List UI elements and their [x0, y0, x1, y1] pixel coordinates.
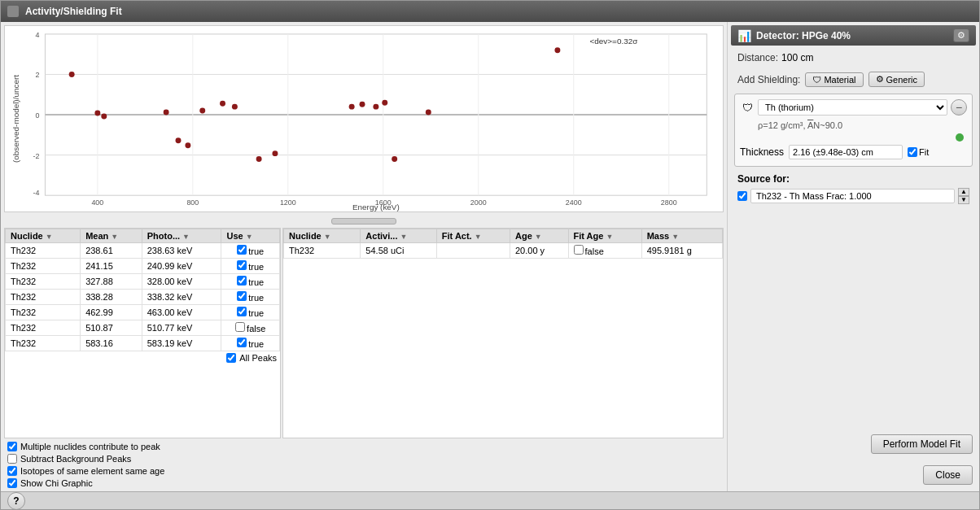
all-peaks-label: All Peaks [239, 353, 277, 363]
left-panel: (observed-model)/uncert 4 2 0 -2 -4 [1, 22, 727, 491]
use-label: true [248, 262, 264, 272]
detector-header: 📊 Detector: HPGe 40% ⚙ [731, 25, 976, 46]
svg-text:Energy (keV): Energy (keV) [352, 203, 400, 211]
cell-nuclide: Th232 [284, 243, 361, 259]
scroll-indicator[interactable] [1, 216, 727, 228]
use-checkbox[interactable] [237, 338, 247, 347]
use-checkbox[interactable] [237, 291, 247, 301]
status-indicator [956, 133, 964, 142]
help-button[interactable]: ? [7, 492, 25, 510]
main-content: (observed-model)/uncert 4 2 0 -2 -4 [1, 22, 979, 491]
col-mean[interactable]: Mean ▼ [81, 229, 142, 243]
cell-use[interactable]: false [221, 320, 280, 336]
cell-photo: 338.32 keV [142, 290, 221, 305]
generic-button[interactable]: ⚙ Generic [868, 72, 925, 87]
subtract-background-checkbox[interactable] [7, 454, 17, 464]
cell-use[interactable]: true [221, 290, 280, 305]
svg-point-42 [426, 110, 431, 116]
close-button[interactable]: Close [923, 465, 973, 485]
cell-nuclide: Th232 [6, 259, 81, 274]
multiple-nuclides-checkbox[interactable] [7, 442, 17, 451]
col-use[interactable]: Use ▼ [221, 229, 280, 243]
material-button[interactable]: 🛡 Material [805, 72, 863, 87]
rcol-fit-act[interactable]: Fit Act. ▼ [436, 229, 510, 243]
use-checkbox[interactable] [235, 322, 245, 332]
cell-mean: 238.61 [81, 243, 142, 259]
cell-photo: 463.00 keV [142, 305, 221, 320]
svg-text:400: 400 [91, 198, 103, 207]
use-label: false [247, 324, 265, 333]
svg-point-40 [382, 100, 387, 106]
option-multiple-nuclides[interactable]: Multiple nuclides contribute to peak [7, 442, 720, 451]
detector-settings-button[interactable]: ⚙ [953, 28, 969, 42]
window-title: Activity/Shielding Fit [25, 6, 122, 17]
use-checkbox[interactable] [237, 307, 247, 316]
svg-point-30 [176, 137, 182, 143]
nuclides-table: Nuclide ▼ Mean ▼ Photo... ▼ Use ▼ Th2322… [5, 229, 280, 351]
cell-mean: 327.88 [81, 274, 142, 290]
fit-checkbox-label[interactable]: Fit [908, 147, 929, 157]
use-checkbox[interactable] [237, 276, 247, 286]
same-age-checkbox[interactable] [7, 466, 17, 476]
thickness-row: Thickness Fit [740, 143, 967, 161]
material-row: 🛡 Th (thorium) − [740, 99, 967, 116]
svg-text:2400: 2400 [566, 198, 582, 207]
rcol-mass[interactable]: Mass ▼ [641, 229, 722, 243]
use-checkbox[interactable] [237, 245, 247, 255]
cell-use[interactable]: true [221, 336, 280, 351]
rcol-fit-age[interactable]: Fit Age ▼ [568, 229, 641, 243]
rcol-age[interactable]: Age ▼ [510, 229, 568, 243]
svg-text:2: 2 [36, 71, 40, 79]
source-section: Source for: Th232 - Th Mass Frac: 1.000 … [731, 172, 976, 206]
col-photo[interactable]: Photo... ▼ [142, 229, 221, 243]
svg-text:-2: -2 [33, 152, 40, 160]
all-peaks-checkbox[interactable] [226, 353, 236, 363]
material-select[interactable]: Th (thorium) [758, 99, 947, 116]
cell-use[interactable]: true [221, 259, 280, 274]
show-chi-checkbox[interactable] [7, 478, 17, 488]
cell-nuclide: Th232 [6, 320, 81, 336]
cell-use[interactable]: true [221, 243, 280, 259]
spinner-up-button[interactable]: ▲ [958, 188, 969, 196]
option-same-age[interactable]: Isotopes of same element same age [7, 466, 720, 476]
table-row: Th232327.88328.00 keVtrue [6, 274, 280, 290]
rcol-nuclide[interactable]: Nuclide ▼ [284, 229, 361, 243]
cell-use[interactable]: true [221, 305, 280, 320]
tables-area: Nuclide ▼ Mean ▼ Photo... ▼ Use ▼ Th2322… [4, 228, 724, 438]
cell-fit-age[interactable]: false [568, 243, 641, 259]
rcol-activity[interactable]: Activi... ▼ [361, 229, 436, 243]
cell-nuclide: Th232 [6, 243, 81, 259]
fit-checkbox[interactable] [908, 147, 917, 157]
table-row: Th232338.28338.32 keVtrue [6, 290, 280, 305]
add-shielding-row: Add Shielding: 🛡 Material ⚙ Generic [731, 70, 976, 89]
option-show-chi[interactable]: Show Chi Graphic [7, 478, 720, 488]
fit-age-checkbox[interactable] [574, 245, 584, 255]
use-checkbox[interactable] [237, 260, 247, 270]
use-label: true [248, 339, 264, 349]
svg-text:4: 4 [36, 31, 40, 39]
thickness-input[interactable] [789, 145, 903, 159]
results-table: Nuclide ▼ Activi... ▼ Fit Act. ▼ Age ▼ F… [283, 229, 723, 259]
perform-btn-row: Perform Model Fit [731, 431, 976, 457]
option-subtract-background[interactable]: Subtract Background Peaks [7, 454, 720, 464]
remove-material-button[interactable]: − [951, 99, 967, 116]
cell-use[interactable]: true [221, 274, 280, 290]
table-row: Th232462.99463.00 keVtrue [6, 305, 280, 320]
cell-nuclide: Th232 [6, 305, 81, 320]
same-age-label: Isotopes of same element same age [20, 466, 164, 476]
generic-btn-label: Generic [886, 75, 918, 85]
fit-age-label: false [585, 246, 604, 256]
perform-model-fit-button[interactable]: Perform Model Fit [871, 434, 973, 454]
source-checkbox[interactable] [737, 191, 747, 201]
svg-text:<dev>=0.32σ: <dev>=0.32σ [590, 37, 638, 46]
chart-svg: (observed-model)/uncert 4 2 0 -2 -4 [5, 26, 723, 211]
svg-point-27 [94, 111, 100, 116]
spinner-down-button[interactable]: ▼ [958, 196, 969, 204]
table-row: Th23254.58 uCi20.00 yfalse495.9181 g [284, 243, 723, 259]
material-btn-label: Material [824, 75, 855, 85]
use-label: true [248, 277, 264, 287]
svg-point-37 [349, 104, 355, 110]
cell-photo: 328.00 keV [142, 274, 221, 290]
right-panel: 📊 Detector: HPGe 40% ⚙ Distance: 100 cm … [727, 22, 979, 491]
col-nuclide[interactable]: Nuclide ▼ [6, 229, 81, 243]
